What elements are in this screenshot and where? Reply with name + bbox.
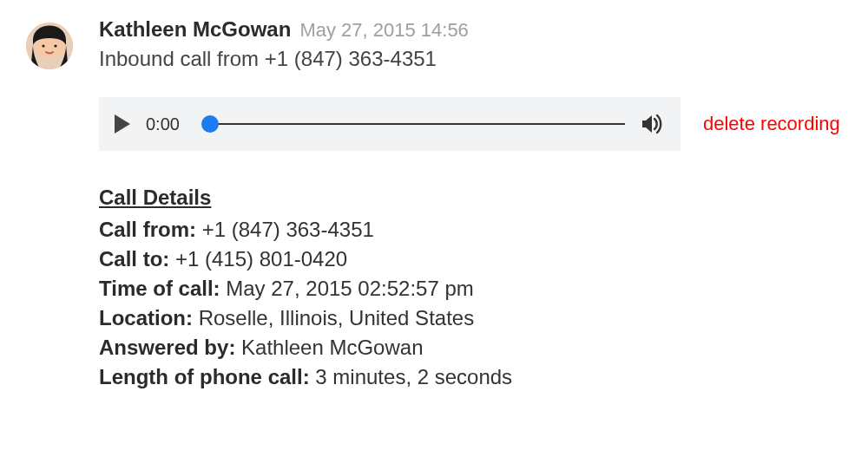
- detail-label: Time of call:: [99, 277, 220, 300]
- player-row: 0:00 delete recording: [99, 97, 842, 151]
- detail-time: Time of call: May 27, 2015 02:52:57 pm: [99, 274, 842, 303]
- progress-bar[interactable]: [203, 114, 625, 134]
- detail-value: 3 minutes, 2 seconds: [315, 365, 512, 388]
- detail-value: May 27, 2015 02:52:57 pm: [226, 277, 474, 300]
- progress-thumb[interactable]: [201, 115, 219, 133]
- delete-recording-link[interactable]: delete recording: [703, 113, 840, 135]
- svg-point-2: [54, 44, 56, 47]
- avatar: [26, 23, 73, 69]
- detail-label: Call from:: [99, 218, 196, 241]
- detail-value: +1 (415) 801-0420: [175, 247, 347, 271]
- call-summary: Inbound call from +1 (847) 363-4351: [99, 47, 842, 71]
- progress-track: [203, 123, 625, 125]
- call-log-entry: Kathleen McGowan May 27, 2015 14:56 Inbo…: [26, 17, 842, 392]
- detail-length: Length of phone call: 3 minutes, 2 secon…: [99, 362, 842, 392]
- entry-header: Kathleen McGowan May 27, 2015 14:56: [99, 17, 842, 42]
- author-name: Kathleen McGowan: [99, 17, 291, 42]
- detail-value: +1 (847) 363-4351: [202, 218, 374, 241]
- call-details-title: Call Details: [99, 186, 842, 210]
- call-details: Call Details Call from: +1 (847) 363-435…: [99, 186, 842, 392]
- detail-label: Call to:: [99, 247, 169, 271]
- player-current-time: 0:00: [146, 114, 187, 134]
- detail-value: Roselle, Illinois, United States: [199, 306, 474, 329]
- detail-value: Kathleen McGowan: [241, 336, 423, 359]
- detail-call-to: Call to: +1 (415) 801-0420: [99, 245, 842, 274]
- svg-point-1: [42, 44, 44, 47]
- detail-label: Length of phone call:: [99, 365, 310, 388]
- play-icon[interactable]: [115, 114, 130, 134]
- entry-content: Kathleen McGowan May 27, 2015 14:56 Inbo…: [99, 17, 842, 392]
- detail-label: Location:: [99, 306, 193, 329]
- detail-call-from: Call from: +1 (847) 363-4351: [99, 215, 842, 245]
- audio-player: 0:00: [99, 97, 681, 151]
- entry-timestamp: May 27, 2015 14:56: [299, 19, 468, 42]
- volume-icon[interactable]: [641, 114, 665, 134]
- detail-label: Answered by:: [99, 336, 235, 359]
- detail-location: Location: Roselle, Illinois, United Stat…: [99, 303, 842, 333]
- detail-answered-by: Answered by: Kathleen McGowan: [99, 333, 842, 362]
